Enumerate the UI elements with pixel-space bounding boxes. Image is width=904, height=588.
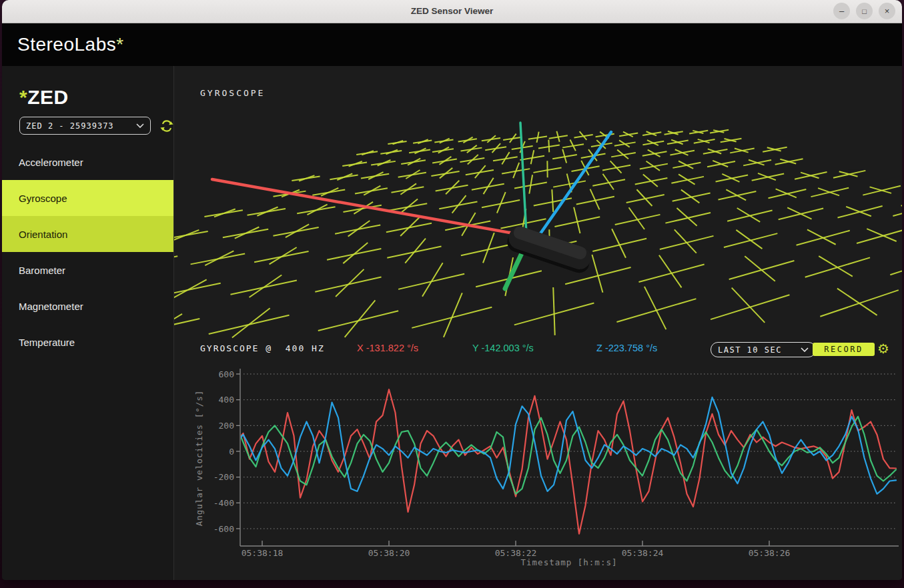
brand-text: StereoLabs bbox=[17, 34, 116, 55]
minimize-button[interactable]: – bbox=[833, 3, 850, 19]
gyro-z-value: Z -223.758 °/s bbox=[596, 343, 657, 353]
sidebar-item-label: Accelerometer bbox=[19, 157, 83, 168]
sensor-rate-label: GYROSCOPE @ 400 HZ bbox=[200, 343, 325, 353]
series-Y bbox=[237, 417, 896, 494]
sidebar-item-orientation[interactable]: Orientation bbox=[2, 216, 173, 252]
svg-text:Angular velocities [°/s]: Angular velocities [°/s] bbox=[194, 390, 204, 527]
device-title: *ZED bbox=[19, 86, 173, 109]
device-select-value: ZED 2 - 25939373 bbox=[26, 121, 114, 131]
gyroscope-3d-view[interactable] bbox=[174, 66, 902, 341]
app-window: ZED Sensor Viewer – □ × StereoLabs* *ZED… bbox=[2, 0, 902, 580]
chevron-down-icon bbox=[801, 347, 809, 352]
angular-velocity-chart[interactable]: 6004002000-200-400-60005:38:1805:38:2005… bbox=[174, 359, 902, 580]
series-Z bbox=[237, 397, 896, 494]
svg-text:-400: -400 bbox=[213, 498, 234, 508]
view-title: GYROSCOPE bbox=[200, 88, 265, 98]
chevron-down-icon bbox=[136, 123, 144, 128]
sidebar-item-magnetometer[interactable]: Magnetometer bbox=[2, 288, 173, 324]
device-select[interactable]: ZED 2 - 25939373 bbox=[19, 117, 151, 135]
time-range-select[interactable]: LAST 10 SEC bbox=[711, 342, 816, 357]
brand-logo: StereoLabs* bbox=[2, 34, 124, 55]
svg-text:-200: -200 bbox=[213, 472, 234, 482]
svg-text:0: 0 bbox=[229, 447, 234, 457]
gyro-x-value: X -131.822 °/s bbox=[357, 343, 418, 353]
close-button[interactable]: × bbox=[879, 3, 895, 19]
window-controls: – □ × bbox=[833, 3, 895, 19]
svg-text:-600: -600 bbox=[213, 524, 234, 534]
sidebar-item-label: Barometer bbox=[19, 265, 65, 276]
device-title-text: ZED bbox=[27, 86, 69, 108]
main-panel: GYROSCOPE GYROSCOPE @ 400 HZ X -131.822 … bbox=[174, 66, 902, 580]
svg-text:05:38:18: 05:38:18 bbox=[242, 548, 284, 558]
sidebar-item-accelerometer[interactable]: Accelerometer bbox=[2, 144, 173, 180]
svg-text:200: 200 bbox=[219, 421, 234, 431]
record-button[interactable]: RECORD bbox=[813, 343, 875, 356]
svg-text:05:38:26: 05:38:26 bbox=[749, 548, 791, 558]
svg-text:400: 400 bbox=[219, 395, 234, 405]
sidebar-item-gyroscope[interactable]: Gyroscope bbox=[2, 180, 173, 216]
gyro-y-value: Y -142.003 °/s bbox=[472, 343, 534, 353]
sidebar-item-temperature[interactable]: Temperature bbox=[2, 324, 173, 360]
svg-text:05:38:20: 05:38:20 bbox=[368, 548, 410, 558]
gear-icon[interactable]: ⚙ bbox=[877, 341, 889, 357]
device-section: *ZED ZED 2 - 25939373 bbox=[2, 66, 173, 135]
refresh-button[interactable] bbox=[160, 119, 173, 133]
sidebar: *ZED ZED 2 - 25939373 bbox=[2, 66, 174, 580]
close-icon: × bbox=[885, 6, 890, 16]
device-title-asterisk: * bbox=[19, 86, 27, 108]
minimize-icon: – bbox=[839, 6, 844, 16]
refresh-icon bbox=[160, 119, 173, 133]
brand-asterisk: * bbox=[116, 34, 123, 55]
sidebar-item-label: Temperature bbox=[19, 337, 75, 348]
sidebar-item-label: Gyroscope bbox=[19, 193, 67, 204]
svg-text:05:38:22: 05:38:22 bbox=[495, 548, 537, 558]
sensor-nav: Accelerometer Gyroscope Orientation Baro… bbox=[2, 144, 173, 360]
svg-text:05:38:24: 05:38:24 bbox=[622, 548, 664, 558]
stats-bar: GYROSCOPE @ 400 HZ X -131.822 °/s Y -142… bbox=[174, 341, 902, 357]
time-range-value: LAST 10 SEC bbox=[718, 345, 782, 355]
svg-text:Timestamp [h:m:s]: Timestamp [h:m:s] bbox=[521, 557, 618, 567]
svg-text:600: 600 bbox=[219, 369, 234, 379]
window-title: ZED Sensor Viewer bbox=[2, 0, 902, 23]
sidebar-item-label: Magnetometer bbox=[19, 301, 83, 312]
brand-bar: StereoLabs* bbox=[2, 23, 902, 66]
maximize-button[interactable]: □ bbox=[856, 3, 873, 19]
sidebar-item-label: Orientation bbox=[19, 229, 67, 240]
maximize-icon: □ bbox=[862, 7, 867, 15]
titlebar: ZED Sensor Viewer – □ × bbox=[2, 0, 902, 23]
sidebar-item-barometer[interactable]: Barometer bbox=[2, 252, 173, 288]
